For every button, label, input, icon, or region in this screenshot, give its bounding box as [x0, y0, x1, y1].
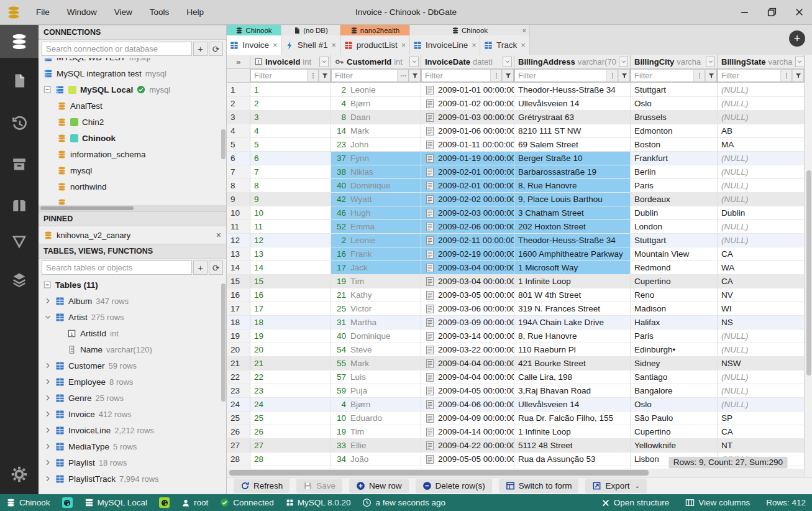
export-button[interactable]: Export⌄: [585, 479, 646, 493]
row-number[interactable]: 18: [227, 316, 250, 329]
cell-billingaddress[interactable]: Theodor-Heuss-Straße 34: [514, 234, 631, 247]
cell-customerid[interactable]: 16Frank: [331, 247, 421, 261]
row-number[interactable]: 17: [227, 302, 250, 316]
rail-book-icon[interactable]: [0, 196, 39, 214]
refresh-tables-button[interactable]: ⟳: [209, 260, 223, 275]
column-menu-icon[interactable]: [409, 57, 419, 67]
cell-invoiceid[interactable]: 24: [250, 398, 331, 412]
cell-invoicedate[interactable]: 2009-04-14 00:00:00: [421, 425, 514, 439]
tab-group-header[interactable]: Chinook×: [410, 25, 530, 35]
cell-billingstate[interactable]: (NULL): [718, 234, 805, 247]
cell-invoicedate[interactable]: 2009-05-05 00:00:00: [421, 453, 514, 466]
add-table-button[interactable]: +: [193, 260, 208, 275]
cell-customerid[interactable]: 17Jack: [331, 261, 421, 275]
connection-mysql-local[interactable]: MySQL Localmysql: [39, 81, 226, 98]
row-detail-icon[interactable]: [425, 359, 435, 369]
column-header-billingaddress[interactable]: BillingAddressvarchar(70: [514, 55, 631, 68]
cell-billingcity[interactable]: Edmonton: [631, 124, 718, 138]
menu-help[interactable]: Help: [186, 7, 204, 17]
rail-database-icon[interactable]: [0, 25, 39, 58]
cell-billingstate[interactable]: WI: [718, 302, 805, 316]
rail-layers-icon[interactable]: [0, 270, 39, 289]
filter-input-customerid[interactable]: [331, 69, 397, 82]
row-number[interactable]: 20: [227, 343, 250, 357]
table-album[interactable]: Album347 rows: [39, 293, 226, 309]
grid-hscrollbar[interactable]: [227, 469, 805, 477]
refresh-button[interactable]: Refresh: [234, 479, 290, 493]
cell-billingaddress[interactable]: Berger Straße 10: [514, 152, 631, 165]
row-number[interactable]: 19: [227, 329, 250, 343]
cell-billingstate[interactable]: (NULL): [718, 343, 805, 357]
cell-invoicedate[interactable]: 2009-04-04 00:00:00: [421, 371, 514, 384]
cell-billingstate[interactable]: (NULL): [718, 152, 805, 165]
filter-menu-icon[interactable]: [693, 69, 705, 82]
cell-invoicedate[interactable]: 2009-01-01 00:00:00: [421, 83, 514, 97]
cell-customerid[interactable]: 54Steve: [331, 343, 421, 357]
tab-track[interactable]: Track×: [480, 35, 530, 55]
rail-gear-icon[interactable]: [0, 464, 39, 484]
cell-billingcity[interactable]: Stuttgart: [631, 83, 718, 97]
close-icon[interactable]: [793, 7, 805, 18]
cell-billingstate[interactable]: NV: [718, 288, 805, 302]
cell-billingstate[interactable]: Dublin: [718, 206, 805, 220]
column-menu-icon[interactable]: [319, 57, 329, 67]
cell-invoicedate[interactable]: 2009-04-09 00:00:00: [421, 412, 514, 425]
cell-customerid[interactable]: 4Bjørn: [331, 97, 421, 111]
cell-invoiceid[interactable]: 12: [250, 234, 331, 247]
cell-invoiceid[interactable]: 16: [250, 288, 331, 302]
table-customer[interactable]: Customer59 rows: [39, 357, 226, 374]
filter-input-billingstate[interactable]: [718, 69, 780, 82]
connections-hscrollbar[interactable]: [39, 205, 226, 211]
tab-invoice[interactable]: Invoice×: [227, 35, 281, 55]
cell-billingcity[interactable]: Boston: [631, 138, 718, 152]
column-menu-icon[interactable]: [795, 57, 805, 67]
cell-customerid[interactable]: 40Dominique: [331, 179, 421, 193]
cell-customerid[interactable]: 10Eduardo: [331, 412, 421, 425]
cell-billingstate[interactable]: (NULL): [718, 97, 805, 111]
cell-invoicedate[interactable]: 2009-02-19 00:00:00: [421, 247, 514, 261]
row-detail-icon[interactable]: [425, 263, 435, 273]
column-menu-icon[interactable]: [503, 57, 512, 67]
cell-invoicedate[interactable]: 2009-03-04 00:00:00: [421, 275, 514, 288]
row-detail-icon[interactable]: [425, 386, 435, 396]
row-detail-icon[interactable]: [425, 277, 435, 287]
row-detail-icon[interactable]: [425, 304, 435, 314]
cell-billingstate[interactable]: NSW: [718, 357, 805, 371]
cell-invoicedate[interactable]: 2009-03-09 00:00:00: [421, 316, 514, 329]
cell-customerid[interactable]: 8Daan: [331, 111, 421, 124]
connection-partial[interactable]: [39, 195, 226, 205]
row-detail-icon[interactable]: [425, 236, 435, 246]
connection-northwind[interactable]: northwind: [39, 178, 226, 195]
cell-billingaddress[interactable]: Grétrystraat 63: [514, 111, 631, 124]
row-detail-icon[interactable]: [425, 113, 435, 122]
funnel-icon[interactable]: [618, 69, 630, 82]
row-detail-icon[interactable]: [425, 208, 435, 218]
connections-search-input[interactable]: [42, 42, 192, 56]
cell-billingaddress[interactable]: 1600 Amphitheatre Parkway: [514, 247, 631, 261]
cell-billingaddress[interactable]: 421 Bourke Street: [514, 357, 631, 371]
row-detail-icon[interactable]: [425, 249, 435, 259]
status-root[interactable]: root: [181, 498, 208, 507]
row-detail-icon[interactable]: [425, 345, 435, 355]
cell-invoicedate[interactable]: 2009-01-02 00:00:00: [421, 97, 514, 111]
row-detail-icon[interactable]: [425, 85, 435, 95]
close-tab-icon[interactable]: ×: [521, 40, 526, 50]
cell-invoiceid[interactable]: 28: [250, 453, 331, 466]
filter-input-billingaddress[interactable]: [514, 69, 606, 82]
column-header-invoicedate[interactable]: InvoiceDatedateti: [421, 55, 514, 68]
minimize-icon[interactable]: [739, 7, 750, 18]
cell-billingstate[interactable]: (NULL): [718, 111, 805, 124]
row-number[interactable]: 28: [227, 453, 250, 466]
cell-billingcity[interactable]: Redmond: [631, 261, 718, 275]
cell-invoiceid[interactable]: 10: [250, 206, 331, 220]
cell-invoiceid[interactable]: 26: [250, 425, 331, 439]
cell-invoicedate[interactable]: 2009-02-06 00:00:00: [421, 220, 514, 234]
cell-billingstate[interactable]: WA: [718, 261, 805, 275]
cell-billingstate[interactable]: (NULL): [718, 83, 805, 97]
cell-billingaddress[interactable]: 801 W 4th Street: [514, 288, 631, 302]
tables-search-input[interactable]: [42, 260, 192, 275]
cell-invoicedate[interactable]: 2009-01-03 00:00:00: [421, 111, 514, 124]
funnel-icon[interactable]: [409, 69, 421, 82]
row-number[interactable]: 3: [227, 111, 250, 124]
cell-billingaddress[interactable]: 3 Chatham Street: [514, 206, 631, 220]
